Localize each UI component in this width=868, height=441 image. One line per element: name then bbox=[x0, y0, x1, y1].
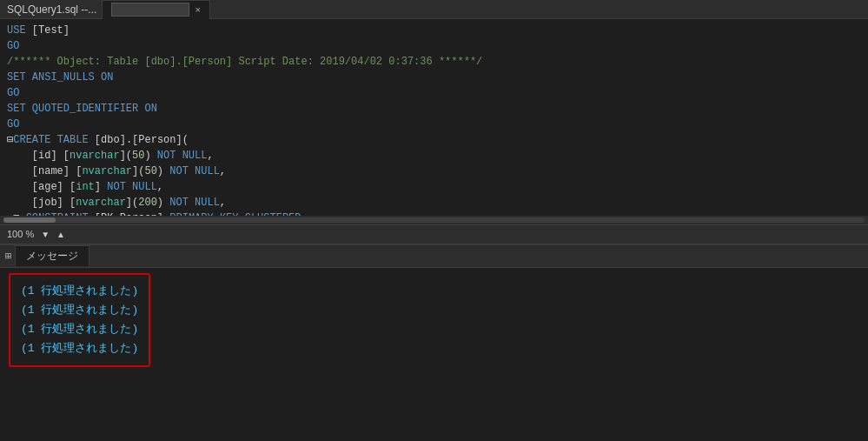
tab-name-input[interactable] bbox=[111, 3, 189, 17]
scrollbar-track[interactable] bbox=[3, 217, 865, 223]
code-line: [id] [nvarchar](50) NOT NULL, bbox=[7, 148, 861, 164]
code-line: SET ANSI_NULLS ON bbox=[7, 70, 861, 85]
code-line: GO bbox=[7, 117, 861, 132]
zoom-level: 100 % bbox=[7, 229, 34, 239]
horizontal-scrollbar[interactable] bbox=[0, 216, 868, 224]
result-line-4: (1 行処理されました) bbox=[21, 339, 138, 358]
result-line-1: (1 行処理されました) bbox=[21, 282, 138, 301]
sql-editor[interactable]: USE [Test] GO /****** Object: Table [dbo… bbox=[0, 19, 868, 216]
code-line: SET QUOTED_IDENTIFIER ON bbox=[7, 101, 861, 117]
result-line-3: (1 行処理されました) bbox=[21, 320, 138, 339]
messages-tab-label: メッセージ bbox=[26, 249, 78, 264]
messages-panel: ⊞ メッセージ (1 行処理されました) (1 行処理されました) (1 行処理… bbox=[0, 244, 868, 442]
messages-panel-icon: ⊞ bbox=[5, 250, 11, 263]
zoom-up-icon[interactable]: ▲ bbox=[56, 230, 65, 239]
query-tab[interactable]: × bbox=[102, 0, 209, 19]
file-title: SQLQuery1.sql --... bbox=[7, 3, 96, 16]
code-line: /****** Object: Table [dbo].[Person] Scr… bbox=[7, 54, 861, 70]
results-box: (1 行処理されました) (1 行処理されました) (1 行処理されました) (… bbox=[9, 273, 150, 367]
messages-content: (1 行処理されました) (1 行処理されました) (1 行処理されました) (… bbox=[0, 268, 868, 442]
messages-tab[interactable]: メッセージ bbox=[15, 245, 89, 266]
code-line: GO bbox=[7, 85, 861, 101]
messages-tabs-bar: ⊞ メッセージ bbox=[0, 245, 868, 268]
code-line: [job] [nvarchar](200) NOT NULL, bbox=[7, 195, 861, 210]
zoom-down-icon[interactable]: ▼ bbox=[41, 230, 50, 239]
scrollbar-thumb[interactable] bbox=[3, 217, 56, 223]
code-line: [name] [nvarchar](50) NOT NULL, bbox=[7, 164, 861, 179]
title-bar: SQLQuery1.sql --... × bbox=[0, 0, 868, 19]
code-content[interactable]: USE [Test] GO /****** Object: Table [dbo… bbox=[0, 19, 868, 216]
code-line: [age] [int] NOT NULL, bbox=[7, 179, 861, 195]
editor-container: USE [Test] GO /****** Object: Table [dbo… bbox=[0, 19, 868, 441]
result-line-2: (1 行処理されました) bbox=[21, 301, 138, 320]
code-line: ⊟ CONSTRAINT [PK_Person] PRIMARY KEY CLU… bbox=[7, 210, 861, 216]
create-table-line: ⊟CREATE TABLE [dbo].[Person]( bbox=[7, 132, 861, 148]
status-bar: 100 % ▼ ▲ bbox=[0, 224, 868, 244]
code-line: GO bbox=[7, 38, 861, 54]
close-tab-button[interactable]: × bbox=[195, 4, 200, 15]
code-line: USE [Test] bbox=[7, 23, 861, 38]
